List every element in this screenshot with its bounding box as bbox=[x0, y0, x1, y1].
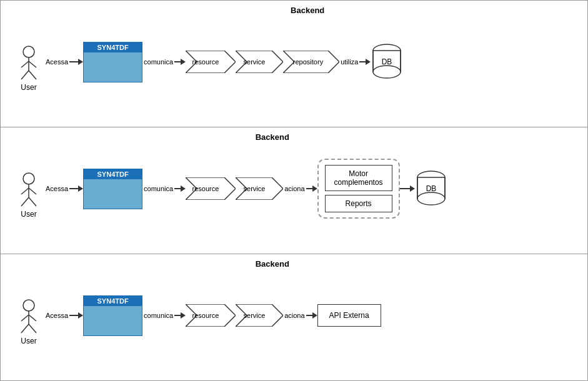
acessa-label-3: Acessa bbox=[46, 312, 68, 319]
svg-line-4 bbox=[21, 71, 29, 79]
svg-text:DB: DB bbox=[382, 57, 392, 66]
user-figure-2: User bbox=[13, 172, 44, 219]
user-label-1: User bbox=[21, 83, 36, 92]
user-icon-3 bbox=[17, 299, 40, 337]
user-label-3: User bbox=[21, 337, 36, 345]
service-chevron-2: service bbox=[236, 177, 283, 200]
svg-line-20 bbox=[21, 188, 29, 194]
comunica-label-3: comunica bbox=[144, 312, 173, 319]
svg-line-3 bbox=[29, 61, 36, 67]
aciona-label-3: aciona bbox=[284, 312, 304, 319]
user-figure-1: User bbox=[13, 46, 44, 92]
svg-point-18 bbox=[23, 173, 34, 184]
comunica-arrow-3: comunica bbox=[142, 312, 186, 319]
acessa-arrow-1: Acessa bbox=[44, 58, 83, 79]
svg-text:service: service bbox=[244, 185, 266, 192]
acessa-arrow-3: Acessa bbox=[44, 312, 83, 333]
svg-text:DB: DB bbox=[426, 184, 436, 193]
acessa-label-1: Acessa bbox=[46, 58, 68, 66]
row-1: Backend User Acessa bbox=[1, 1, 587, 127]
svg-line-36 bbox=[21, 315, 29, 321]
motor-complementos-box: Motorcomplementos bbox=[325, 165, 392, 191]
syn-header-1: SYN4TDF bbox=[84, 42, 142, 52]
svg-text:service: service bbox=[244, 312, 266, 319]
svg-line-22 bbox=[21, 197, 29, 206]
syn-box-3: SYN4TDF bbox=[83, 295, 142, 336]
svg-point-30 bbox=[417, 192, 445, 205]
svg-text:resource: resource bbox=[192, 185, 219, 192]
svg-line-23 bbox=[29, 197, 36, 206]
comunica-label-1: comunica bbox=[144, 58, 173, 66]
motor-label: Motorcomplementos bbox=[334, 169, 383, 187]
user-figure-3: User bbox=[13, 299, 44, 345]
service-chevron-3: service bbox=[236, 304, 283, 327]
syn-box-1: SYN4TDF bbox=[83, 42, 142, 82]
comunica-arrow-1: comunica bbox=[142, 58, 186, 66]
repository-chevron-1: repository bbox=[283, 51, 339, 73]
user-icon-2 bbox=[17, 172, 40, 210]
db-cylinder-2: DB bbox=[415, 170, 447, 208]
svg-line-37 bbox=[29, 315, 36, 321]
svg-point-34 bbox=[23, 300, 34, 311]
syn-header-2: SYN4TDF bbox=[84, 169, 142, 179]
api-externa-box: API Externa bbox=[317, 304, 381, 327]
svg-point-0 bbox=[23, 46, 34, 57]
aciona-arrow-2: aciona bbox=[283, 185, 317, 192]
api-externa-label: API Externa bbox=[329, 311, 369, 320]
aciona-label-2: aciona bbox=[284, 185, 304, 192]
service-chevron-1: service bbox=[236, 51, 283, 73]
db-cylinder-1: DB bbox=[371, 43, 403, 81]
dashed-box-2: Motorcomplementos Reports bbox=[317, 159, 400, 219]
db-arrow-2 bbox=[400, 186, 415, 192]
acessa-arrow-2: Acessa bbox=[44, 185, 83, 206]
diagram-container: Backend User Acessa bbox=[0, 0, 588, 381]
comunica-arrow-2: comunica bbox=[142, 185, 186, 192]
acessa-label-2: Acessa bbox=[46, 185, 68, 192]
syn-box-2: SYN4TDF bbox=[83, 169, 142, 209]
backend-label-1: Backend bbox=[291, 6, 324, 15]
reports-label: Reports bbox=[346, 199, 372, 208]
resource-chevron-3: resource bbox=[186, 304, 236, 327]
syn-header-3: SYN4TDF bbox=[84, 296, 142, 306]
svg-text:resource: resource bbox=[192, 312, 219, 319]
row-2: Backend User Acessa bbox=[1, 127, 587, 254]
svg-point-14 bbox=[373, 66, 401, 78]
user-label-2: User bbox=[21, 210, 36, 219]
backend-label-3: Backend bbox=[256, 259, 289, 269]
svg-text:service: service bbox=[244, 58, 266, 66]
svg-text:resource: resource bbox=[192, 58, 219, 66]
svg-line-39 bbox=[29, 324, 36, 333]
resource-chevron-1: resource bbox=[186, 51, 236, 73]
resource-chevron-2: resource bbox=[186, 177, 236, 200]
user-icon-1 bbox=[17, 46, 40, 83]
backend-label-2: Backend bbox=[256, 132, 289, 142]
svg-line-21 bbox=[29, 188, 36, 194]
reports-box: Reports bbox=[325, 195, 392, 212]
svg-line-5 bbox=[29, 71, 36, 79]
comunica-label-2: comunica bbox=[144, 185, 173, 192]
row-3: Backend User Acessa bbox=[1, 254, 587, 380]
utiliza-arrow-1: utiliza bbox=[339, 58, 371, 66]
utiliza-label-1: utiliza bbox=[341, 58, 358, 66]
svg-line-2 bbox=[21, 61, 29, 67]
svg-text:repository: repository bbox=[293, 58, 324, 66]
svg-line-38 bbox=[21, 324, 29, 333]
aciona-arrow-3: aciona bbox=[283, 312, 317, 319]
